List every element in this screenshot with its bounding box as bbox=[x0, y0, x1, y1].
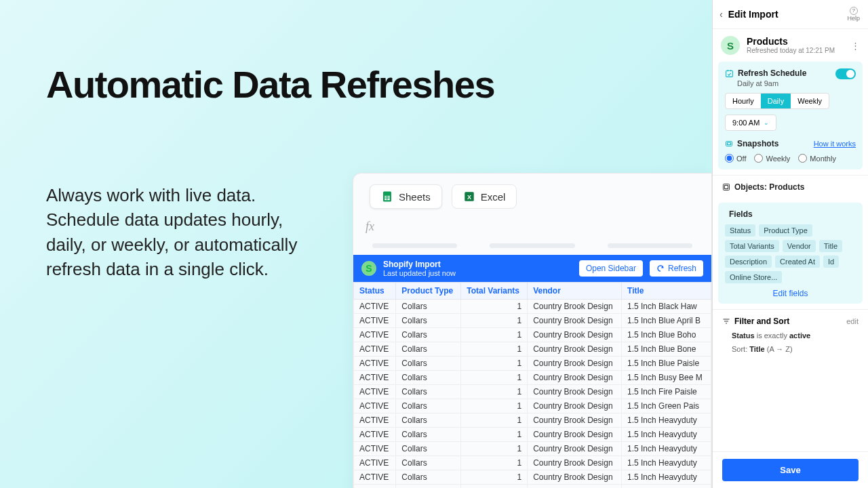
field-chip[interactable]: Total Variants bbox=[725, 240, 779, 252]
field-chip[interactable]: Online Store... bbox=[725, 271, 782, 283]
panel-title: Edit Import bbox=[728, 9, 848, 20]
snapshots-options: OffWeeklyMonthly bbox=[725, 154, 856, 163]
how-it-works-link[interactable]: How it works bbox=[814, 140, 856, 148]
schedule-option-hourly[interactable]: Hourly bbox=[726, 94, 761, 108]
table-cell: Country Brook Design bbox=[528, 428, 622, 442]
table-row: ACTIVECollars1Country Brook Design1.5 In… bbox=[354, 314, 711, 328]
edit-fields-button[interactable]: Edit fields bbox=[725, 283, 856, 300]
field-chip[interactable]: Product Type bbox=[759, 224, 812, 237]
table-cell: 1 bbox=[461, 456, 528, 470]
column-header[interactable]: Status bbox=[354, 283, 396, 300]
table-cell: 1.5 Inch Heavyduty bbox=[622, 428, 711, 442]
svg-rect-7 bbox=[726, 70, 733, 77]
fields-section: Fields StatusProduct TypeTotal VariantsV… bbox=[718, 203, 863, 304]
filter-icon bbox=[722, 317, 730, 325]
save-button[interactable]: Save bbox=[722, 459, 859, 481]
field-chip[interactable]: Description bbox=[725, 256, 772, 268]
table-cell: ACTIVE bbox=[354, 456, 396, 470]
table-cell: Country Brook Design bbox=[528, 328, 622, 342]
snapshot-icon bbox=[725, 140, 733, 148]
svg-rect-8 bbox=[726, 142, 732, 146]
field-chip[interactable]: Vendor bbox=[783, 240, 816, 252]
edit-import-panel: ‹ Edit Import ?Help S Products Refreshed… bbox=[712, 0, 868, 488]
table-row: ACTIVECollars1Country Brook Design1.5 In… bbox=[354, 456, 711, 470]
table-cell: Collars bbox=[396, 371, 461, 385]
schedule-title: Refresh Schedule bbox=[738, 68, 806, 78]
table-cell: ACTIVE bbox=[354, 485, 396, 489]
panel-header: ‹ Edit Import ?Help bbox=[713, 0, 868, 29]
schedule-option-daily[interactable]: Daily bbox=[761, 94, 791, 108]
data-table: StatusProduct TypeTotal VariantsVendorTi… bbox=[353, 282, 711, 488]
snapshot-option-off[interactable]: Off bbox=[725, 154, 746, 163]
field-chip[interactable]: Title bbox=[819, 240, 842, 252]
table-cell: Collars bbox=[396, 314, 461, 328]
table-cell: 1 bbox=[461, 442, 528, 456]
table-cell: ACTIVE bbox=[354, 314, 396, 328]
field-chip[interactable]: Created At bbox=[775, 256, 820, 268]
filter-title: Filter and Sort bbox=[734, 317, 789, 326]
table-cell: 1 bbox=[461, 300, 528, 314]
field-chip[interactable]: Status bbox=[725, 224, 755, 237]
hero-title: Automatic Data Refreshes bbox=[46, 62, 494, 106]
table-cell: Country Brook Design bbox=[528, 442, 622, 456]
schedule-toggle[interactable] bbox=[835, 68, 856, 79]
table-cell: 1.5 Inch Heavyduty bbox=[622, 413, 711, 428]
schedule-time-value: 9:00 AM bbox=[732, 119, 760, 127]
table-cell: Collars bbox=[396, 456, 461, 470]
table-cell: Collars bbox=[396, 470, 461, 485]
table-cell: Country Brook Design bbox=[528, 371, 622, 385]
table-cell: ACTIVE bbox=[354, 470, 396, 485]
refresh-icon bbox=[656, 264, 665, 272]
table-cell: Country Brook Design bbox=[528, 342, 622, 357]
filter-rule: Status is exactly active bbox=[732, 331, 859, 340]
filter-edit-button[interactable]: edit bbox=[846, 317, 859, 325]
field-chip[interactable]: Id bbox=[823, 256, 839, 268]
column-header[interactable]: Product Type bbox=[396, 283, 461, 300]
column-header[interactable]: Total Variants bbox=[461, 283, 528, 300]
table-cell: ACTIVE bbox=[354, 385, 396, 399]
snapshot-option-weekly[interactable]: Weekly bbox=[754, 154, 790, 163]
table-cell: 1.5 Inch Busy Bee M bbox=[622, 371, 711, 385]
source-subtitle: Refreshed today at 12:21 PM bbox=[747, 47, 844, 54]
table-cell: ACTIVE bbox=[354, 342, 396, 357]
help-button[interactable]: ?Help bbox=[847, 7, 860, 22]
table-cell: 1 bbox=[461, 371, 528, 385]
spreadsheet-panel: Sheets X Excel fx S Shopify Import Last … bbox=[353, 173, 712, 488]
back-button[interactable]: ‹ bbox=[719, 9, 723, 20]
table-cell: Country Brook Design bbox=[528, 357, 622, 371]
tab-excel[interactable]: X Excel bbox=[452, 184, 517, 209]
schedule-option-weekly[interactable]: Weekly bbox=[791, 94, 829, 108]
table-cell: 1.5 Inch Black Haw bbox=[622, 300, 711, 314]
table-cell: 1.5 Inch Heavyduty bbox=[622, 470, 711, 485]
tab-sheets[interactable]: Sheets bbox=[370, 184, 442, 209]
table-cell: Collars bbox=[396, 428, 461, 442]
schedule-frequency-segment[interactable]: HourlyDailyWeekly bbox=[725, 93, 829, 109]
schedule-time-picker[interactable]: 9:00 AM ⌄ bbox=[725, 115, 776, 131]
table-cell: Collars bbox=[396, 413, 461, 428]
schedule-subtitle: Daily at 9am bbox=[737, 79, 856, 87]
chevron-down-icon: ⌄ bbox=[764, 119, 769, 126]
placeholder-row bbox=[353, 238, 711, 255]
formula-bar[interactable]: fx bbox=[353, 216, 711, 238]
google-sheets-icon bbox=[381, 190, 393, 203]
svg-rect-11 bbox=[725, 186, 728, 189]
shopify-icon: S bbox=[361, 261, 376, 276]
table-cell: Collars bbox=[396, 399, 461, 413]
table-cell: 1.5 Inch Heavyduty bbox=[622, 485, 711, 489]
source-icon: S bbox=[721, 36, 740, 55]
table-cell: ACTIVE bbox=[354, 442, 396, 456]
table-cell: ACTIVE bbox=[354, 371, 396, 385]
table-cell: Collars bbox=[396, 385, 461, 399]
source-row: S Products Refreshed today at 12:21 PM ⋮ bbox=[713, 29, 868, 62]
open-sidebar-button[interactable]: Open Sidebar bbox=[579, 260, 643, 277]
objects-icon bbox=[722, 183, 730, 191]
table-cell: Country Brook Design bbox=[528, 485, 622, 489]
refresh-button[interactable]: Refresh bbox=[650, 260, 703, 277]
more-menu-button[interactable]: ⋮ bbox=[851, 41, 860, 51]
svg-rect-10 bbox=[724, 184, 730, 190]
table-row: ACTIVECollars1Country Brook Design1.5 In… bbox=[354, 300, 711, 314]
column-header[interactable]: Title bbox=[622, 283, 711, 300]
snapshot-option-monthly[interactable]: Monthly bbox=[798, 154, 836, 163]
column-header[interactable]: Vendor bbox=[528, 283, 622, 300]
table-row: ACTIVECollars1Country Brook Design1.5 In… bbox=[354, 399, 711, 413]
